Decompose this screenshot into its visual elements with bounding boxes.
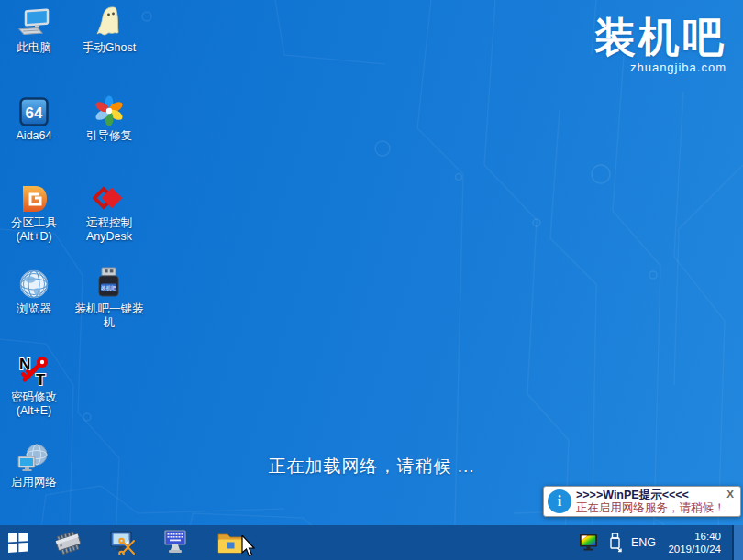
folder-icon (216, 531, 244, 555)
toast-body: >>>>WinPE提示<<<< X 正在启用网络服务，请稍候！ (576, 489, 735, 515)
info-icon: i (548, 489, 571, 513)
desktop-icon-password-edit[interactable]: N T 密码修改 (Alt+E) (0, 355, 73, 418)
usb-drive-icon: 装机吧 (94, 267, 124, 300)
diskgenius-icon (19, 181, 49, 214)
desktop-icon-label: 引导修复 (86, 129, 132, 143)
tray-language-indicator[interactable]: ENG (631, 536, 656, 549)
close-icon[interactable]: X (726, 489, 735, 500)
brand-logo: 装机吧 zhuangjiba.com (594, 16, 726, 74)
desktop-icon-label: 远程控制 AnyDesk (86, 216, 132, 244)
notification-toast: i >>>>WinPE提示<<<< X 正在启用网络服务，请稍候！ (543, 486, 741, 517)
desktop-icon-manual-ghost[interactable]: 手动Ghost (70, 5, 149, 55)
mouse-cursor (241, 535, 258, 560)
desktop-icon-label: 手动Ghost (83, 41, 136, 55)
tray-display-color-icon[interactable] (579, 534, 598, 552)
desktop-icon-aida64[interactable]: 64 Aida64 (0, 93, 73, 143)
desktop-icon-this-pc[interactable]: 此电脑 (0, 5, 73, 55)
taskbar-item-screenshot-tool[interactable] (109, 530, 137, 555)
svg-text:装机吧: 装机吧 (101, 285, 116, 291)
globe-icon (18, 267, 50, 300)
brand-logo-title: 装机吧 (594, 16, 726, 58)
this-pc-icon (17, 5, 50, 38)
tray-date: 2019/10/24 (668, 543, 721, 555)
windows-logo-icon (8, 533, 28, 553)
desktop-icon-boot-repair[interactable]: 引导修复 (70, 93, 149, 143)
desktop-icon-enable-network[interactable]: 启用网络 (0, 440, 73, 489)
desktop-icon-label: 此电脑 (17, 41, 51, 55)
winpe-desktop: 装机吧 zhuangjiba.com 此电脑 (0, 0, 743, 560)
toast-message: 正在启用网络服务，请稍候！ (576, 501, 735, 514)
keyboard-monitor-icon (161, 530, 189, 555)
monitor-scissors-icon (109, 530, 137, 555)
desktop-icon-label: 密码修改 (Alt+E) (11, 390, 57, 418)
loading-status-text: 正在加载网络，请稍候 ... (268, 455, 474, 478)
desktop-icon-anydesk[interactable]: 远程控制 AnyDesk (70, 181, 149, 244)
taskbar-item-file-explorer[interactable] (216, 531, 244, 555)
desktop-icon-label: 浏览器 (17, 302, 51, 316)
desktop-icon-partition-tool[interactable]: 分区工具 (Alt+D) (0, 181, 73, 244)
desktop-icon-browser[interactable]: 浏览器 (0, 267, 73, 316)
tray-clock[interactable]: 16:40 2019/10/24 (668, 530, 721, 556)
desktop-icon-one-click-install[interactable]: 装机吧 装机吧一键装 机 (70, 267, 149, 330)
aida64-icon: 64 (19, 93, 49, 126)
desktop-icon-label: 启用网络 (11, 476, 57, 489)
show-desktop-button[interactable] (732, 525, 743, 560)
anydesk-diamond-icon (93, 181, 126, 214)
taskbar: ENG 16:40 2019/10/24 (0, 525, 743, 560)
desktop-icon-label: Aida64 (17, 129, 52, 143)
tray-usb-icon[interactable] (608, 533, 624, 553)
nt-password-key-icon: N T (17, 355, 50, 388)
desktop-icon-label: 装机吧一键装 机 (75, 302, 144, 330)
pinwheel-icon (94, 93, 125, 126)
tray-time: 16:40 (668, 530, 721, 543)
start-button[interactable] (8, 533, 28, 553)
ghost-icon (93, 5, 126, 38)
svg-text:T: T (36, 371, 46, 388)
desktop-icon-label: 分区工具 (Alt+D) (11, 216, 57, 244)
svg-text:64: 64 (26, 104, 43, 122)
brand-logo-domain: zhuangjiba.com (594, 60, 726, 74)
network-globe-monitor-icon (17, 440, 50, 473)
taskbar-item-memory-tool[interactable] (54, 530, 83, 555)
ram-chip-icon (54, 530, 83, 555)
toast-title: >>>>WinPE提示<<<< (576, 489, 689, 501)
taskbar-item-onscreen-keyboard[interactable] (161, 530, 189, 555)
